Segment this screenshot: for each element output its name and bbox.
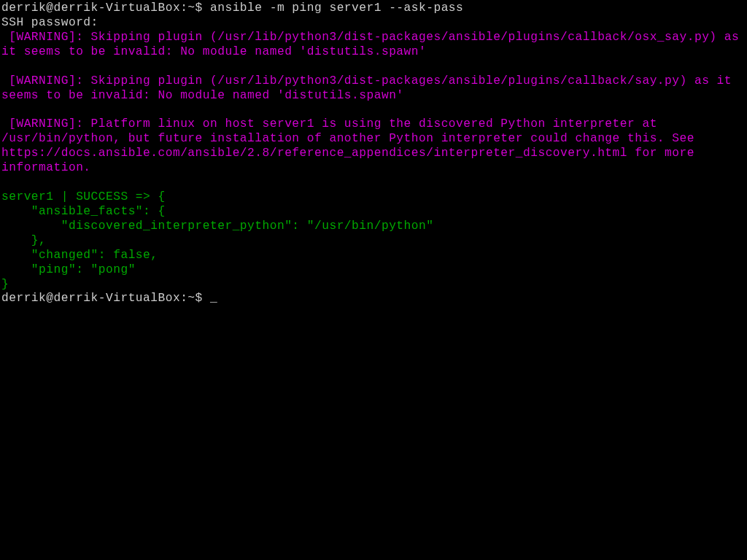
prompt-symbol: $	[196, 1, 210, 15]
success-output: server1 | SUCCESS => { "ansible_facts": …	[1, 190, 433, 291]
warning-message-1: [WARNING]: Skipping plugin (/usr/lib/pyt…	[1, 31, 739, 58]
prompt2-separator: :	[180, 292, 187, 305]
prompt2-symbol: $	[196, 292, 210, 305]
ssh-password-prompt: SSH password:	[1, 16, 98, 29]
command-text: ansible -m ping server1 --ask-pass	[210, 1, 463, 15]
prompt2-userhost: derrik@derrik-VirtualBox	[1, 292, 180, 305]
cursor: _	[210, 292, 217, 305]
terminal-output[interactable]: derrik@derrik-VirtualBox:~$ ansible -m p…	[1, 1, 747, 306]
warning-message-3: [WARNING]: Platform linux on host server…	[1, 117, 694, 174]
prompt-userhost: derrik@derrik-VirtualBox	[1, 1, 180, 15]
prompt2-path: ~	[187, 292, 195, 305]
prompt-path: ~	[187, 1, 195, 15]
prompt-separator: :	[180, 1, 187, 15]
warning-message-2: [WARNING]: Skipping plugin (/usr/lib/pyt…	[1, 74, 732, 102]
